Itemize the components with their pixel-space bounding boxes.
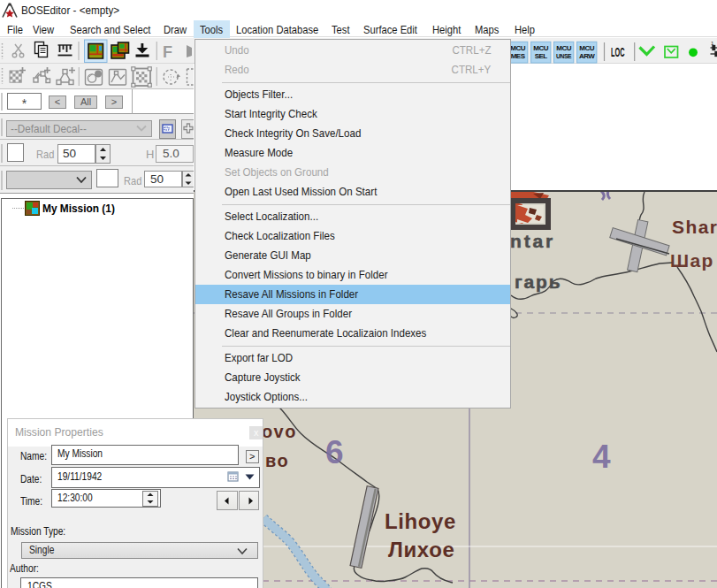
svg-text:Лихое: Лихое <box>388 538 454 561</box>
svg-text:Lihoye: Lihoye <box>385 509 456 533</box>
svg-text:SEL: SEL <box>535 52 548 60</box>
svg-text:гарь: гарь <box>515 271 561 292</box>
svg-text:6: 6 <box>325 434 344 470</box>
svg-text:LOC: LOC <box>611 45 625 59</box>
svg-text:UNSE: UNSE <box>556 52 572 60</box>
svg-text:MCU: MCU <box>533 44 548 52</box>
svg-text:1: 1 <box>711 41 714 46</box>
svg-text:MES: MES <box>511 52 526 60</box>
svg-text:ovo: ovo <box>262 422 297 441</box>
svg-text:Шар: Шар <box>670 250 714 271</box>
svg-text:MCU: MCU <box>556 44 571 52</box>
svg-text:MCU: MCU <box>579 44 594 52</box>
svg-text:ARW: ARW <box>579 52 595 60</box>
svg-text:ntar: ntar <box>510 231 555 251</box>
svg-text:MCU: MCU <box>510 44 525 52</box>
svg-text:4: 4 <box>592 439 611 475</box>
svg-text:Shar: Shar <box>672 217 717 237</box>
svg-text:во: во <box>265 451 289 470</box>
svg-text:F: F <box>163 43 172 61</box>
